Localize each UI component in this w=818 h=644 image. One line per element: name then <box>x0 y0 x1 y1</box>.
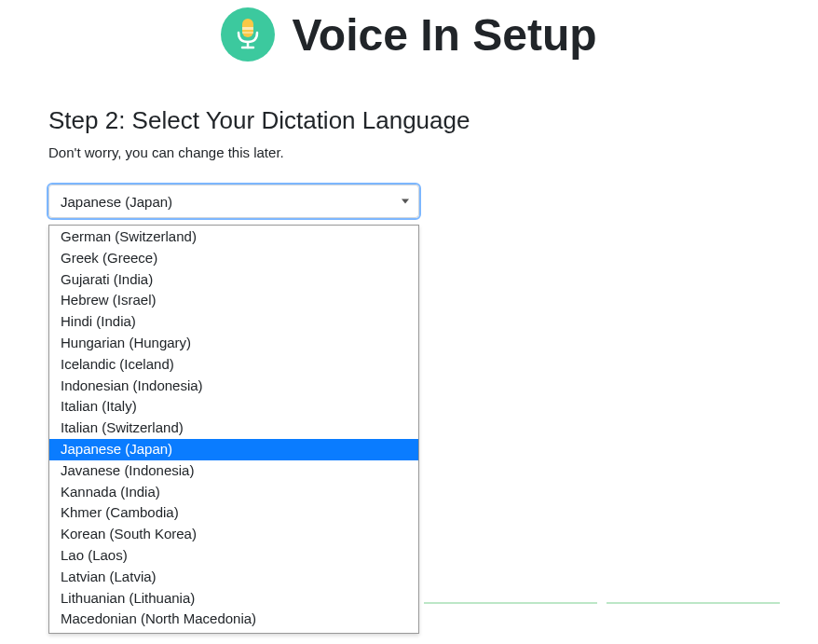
language-select-value: Japanese (Japan) <box>61 194 172 210</box>
language-option[interactable]: Hindi (India) <box>49 311 418 333</box>
chevron-down-icon <box>402 199 409 204</box>
language-option[interactable]: Javanese (Indonesia) <box>49 460 418 482</box>
language-option[interactable]: Malay (Malaysia) <box>49 630 418 633</box>
language-option[interactable]: Gujarati (India) <box>49 269 418 291</box>
progress-segment <box>424 602 597 604</box>
progress-segment <box>607 602 780 604</box>
language-option[interactable]: Lao (Laos) <box>49 545 418 567</box>
language-option[interactable]: Macedonian (North Macedonia) <box>49 609 418 630</box>
step-heading: Step 2: Select Your Dictation Language <box>48 106 818 135</box>
svg-rect-2 <box>242 32 253 34</box>
page-title: Voice In Setup <box>292 9 596 61</box>
microphone-icon <box>221 7 275 62</box>
setup-content: Step 2: Select Your Dictation Language D… <box>48 106 818 218</box>
language-option[interactable]: Italian (Italy) <box>49 396 418 418</box>
language-dropdown: German (Switzerland)Greek (Greece)Gujara… <box>48 225 419 634</box>
language-option[interactable]: German (Switzerland) <box>49 226 418 248</box>
language-option[interactable]: Khmer (Cambodia) <box>49 502 418 524</box>
svg-rect-1 <box>242 27 253 30</box>
progress-indicator <box>424 602 797 604</box>
page-header: Voice In Setup <box>0 7 818 62</box>
language-option[interactable]: Japanese (Japan) <box>49 439 418 460</box>
language-option[interactable]: Lithuanian (Lithuania) <box>49 588 418 610</box>
language-select[interactable]: Japanese (Japan) <box>48 185 419 218</box>
language-option[interactable]: Korean (South Korea) <box>49 524 418 545</box>
language-option[interactable]: Indonesian (Indonesia) <box>49 376 418 397</box>
language-option[interactable]: Latvian (Latvia) <box>49 567 418 588</box>
step-subtext: Don't worry, you can change this later. <box>48 144 818 160</box>
language-option[interactable]: Kannada (India) <box>49 482 418 503</box>
language-option[interactable]: Greek (Greece) <box>49 248 418 269</box>
language-option[interactable]: Italian (Switzerland) <box>49 418 418 439</box>
language-select-wrap: Japanese (Japan) German (Switzerland)Gre… <box>48 185 419 218</box>
language-option[interactable]: Hungarian (Hungary) <box>49 333 418 354</box>
language-option-list[interactable]: German (Switzerland)Greek (Greece)Gujara… <box>49 226 418 633</box>
language-option[interactable]: Icelandic (Iceland) <box>49 354 418 376</box>
language-option[interactable]: Hebrew (Israel) <box>49 290 418 311</box>
